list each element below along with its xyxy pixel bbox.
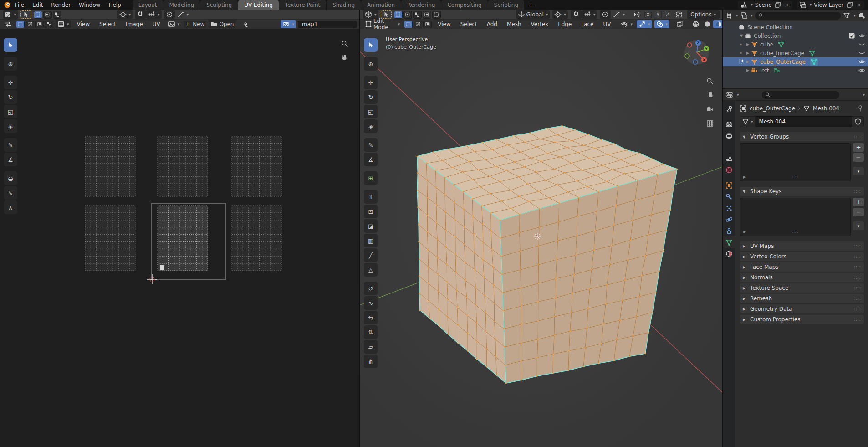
add-workspace-button[interactable]: + [525, 0, 538, 10]
properties-tab-scene[interactable] [723, 153, 735, 164]
properties-tab-render[interactable] [723, 118, 735, 130]
outliner-row-cube[interactable]: •▶cube [723, 40, 868, 49]
eye-open-icon[interactable] [858, 58, 865, 65]
disclosure-arrow[interactable]: ▶ [745, 68, 751, 72]
uv-canvas[interactable]: ⊕✛↻◱◈✎∡◒∿⋏ [0, 29, 359, 447]
outliner-editor-type-icon[interactable] [725, 12, 733, 19]
uv-sync-select-toggle[interactable] [3, 20, 14, 28]
outliner-row-left[interactable]: ▶left [723, 66, 868, 75]
blender-logo-icon[interactable] [4, 1, 11, 9]
workspace-tab-uv-editing[interactable]: UV Editing [238, 0, 279, 10]
new-collection-icon[interactable] [858, 12, 865, 19]
tool-move[interactable]: ✛ [4, 76, 17, 89]
uv-select-mode-1[interactable] [26, 21, 34, 28]
uv-sticky-select-button[interactable]: ▾ [56, 20, 71, 28]
tool-scale[interactable]: ◱ [364, 105, 378, 118]
workspace-tab-rendering[interactable]: Rendering [401, 0, 441, 10]
viewport-menu-view[interactable]: View [434, 21, 454, 28]
mesh-select-mode-1[interactable] [414, 21, 422, 28]
workspace-tab-scripting[interactable]: Scripting [488, 0, 525, 10]
tool-move[interactable]: ✛ [364, 76, 378, 89]
panel-drag-handle[interactable]: ∷∷ [854, 265, 861, 270]
tool-rip[interactable]: ⋔ [364, 355, 378, 368]
panel-header-texture-space[interactable]: ▶Texture Space∷∷ [740, 283, 864, 293]
outliner-display-mode-icon[interactable] [740, 12, 748, 19]
snap-toggle[interactable] [571, 10, 582, 19]
object-type-visibility-button[interactable]: ▾ [619, 20, 634, 28]
tool-spin[interactable]: ↺ [364, 282, 378, 295]
disclosure-arrow[interactable]: ▶ [745, 51, 751, 55]
tool-inset[interactable]: ⊡ [364, 205, 378, 218]
panel-drag-handle[interactable]: ∷∷ [854, 254, 861, 259]
tool-loop-cut[interactable]: ▥ [364, 234, 378, 247]
unlink-scene-button[interactable]: × [784, 2, 790, 8]
tool-tweak[interactable] [364, 38, 378, 52]
panel-drag-handle[interactable]: ∷∷ [854, 286, 861, 291]
remove-view-layer-button[interactable]: × [856, 2, 862, 8]
uv-zoom-icon[interactable] [341, 40, 348, 49]
browse-mesh-button[interactable]: ▾ [740, 116, 756, 127]
viewport-menu-add[interactable]: Add [483, 21, 501, 28]
disclosure-arrow[interactable]: ▼ [738, 34, 745, 38]
panel-drag-handle[interactable]: ∷∷ [854, 317, 861, 322]
outliner-row-scene-collection[interactable]: Scene Collection [723, 23, 868, 31]
shape-keys-list[interactable]: ▶∷∷ [740, 198, 851, 236]
options-button[interactable]: Options▾ [687, 10, 720, 19]
panel-header-uv-maps[interactable]: ▶UV Maps∷∷ [740, 241, 864, 251]
uv-proportional-toggle[interactable] [164, 10, 175, 19]
mesh-select-mode-2[interactable] [423, 21, 432, 28]
uv-select-mode-2[interactable] [35, 21, 44, 28]
viewport-menu-mesh[interactable]: Mesh [503, 21, 525, 28]
viewport-menu-edge[interactable]: Edge [554, 21, 575, 28]
uv-snap-toggle[interactable] [135, 10, 146, 19]
tool-shear[interactable]: ▱ [364, 340, 378, 354]
properties-options-icon[interactable]: ▾ [863, 93, 865, 97]
new-view-layer-icon[interactable] [846, 1, 853, 9]
panel-header-normals[interactable]: ▶Normals∷∷ [740, 273, 864, 282]
show-overlays-toggle[interactable]: ▾ [654, 20, 670, 28]
uv-tweak-mode-0[interactable] [34, 11, 42, 19]
shading-solid-button[interactable] [702, 20, 713, 28]
panel-drag-handle[interactable]: ∷∷ [854, 134, 861, 139]
viewport-canvas[interactable]: ⊕✛↻◱◈✎∡⊞⇧⊡◪▥╱△↺∿⇆⇅▱⋔ User Perspective (0… [360, 29, 722, 447]
image-name-field[interactable]: map1 [298, 21, 357, 28]
shading-wireframe-button[interactable] [690, 20, 701, 28]
viewport-ortho-grid-icon[interactable] [706, 120, 714, 128]
viewport-pan-hand-icon[interactable] [707, 91, 714, 100]
tool-tweak[interactable] [4, 38, 17, 52]
tool-pinch[interactable]: ⋏ [4, 200, 17, 214]
tool-rotate[interactable]: ↻ [4, 90, 17, 104]
viewport-menu-vertex[interactable]: Vertex [527, 21, 552, 28]
scene-selector[interactable]: ▾ Scene × [738, 1, 792, 9]
tool-grab[interactable]: ◒ [4, 171, 17, 185]
new-scene-icon[interactable] [774, 1, 781, 9]
show-gizmo-toggle[interactable]: ▾ [637, 20, 652, 28]
panel-drag-handle[interactable]: ∷∷ [854, 275, 861, 280]
proportional-connected-toggle[interactable] [674, 10, 684, 19]
vp-tweak-mode-2[interactable] [413, 11, 422, 19]
uv-menu-image[interactable]: Image [122, 21, 147, 28]
panel-header-shape-keys[interactable]: ▼Shape Keys∷∷ [740, 187, 864, 196]
uv-tweak-mode-2[interactable] [53, 11, 61, 19]
viewport-menu-face[interactable]: Face [577, 21, 597, 28]
vp-tweak-mode-3[interactable] [423, 11, 431, 19]
add-item-button[interactable]: + [853, 198, 864, 206]
panel-header-vertex-colors[interactable]: ▶Vertex Colors∷∷ [740, 252, 864, 261]
tool-knife[interactable]: ╱ [364, 248, 378, 262]
uv-pan-hand-icon[interactable] [341, 54, 348, 62]
unpack-image-button[interactable] [240, 20, 251, 28]
transform-orientation-button[interactable]: Global▾ [516, 10, 550, 19]
disclosure-arrow[interactable]: ▶ [745, 42, 751, 46]
menu-help[interactable]: Help [104, 1, 125, 9]
uv-menu-uv[interactable]: UV [149, 21, 164, 28]
properties-tab-tool[interactable] [723, 103, 735, 114]
mesh-symmetry-icon-button[interactable] [631, 10, 642, 19]
remove-item-button[interactable]: − [853, 208, 864, 216]
panel-drag-handle[interactable]: ∷∷ [854, 296, 861, 301]
tool-poly-build[interactable]: △ [364, 263, 378, 277]
open-image-button[interactable]: Open [209, 20, 235, 28]
view-layer-selector[interactable]: ▾ View Layer × [797, 1, 864, 9]
properties-search-input[interactable] [762, 91, 839, 99]
menu-window[interactable]: Window [75, 1, 104, 9]
tool-transform[interactable]: ◈ [4, 119, 17, 133]
